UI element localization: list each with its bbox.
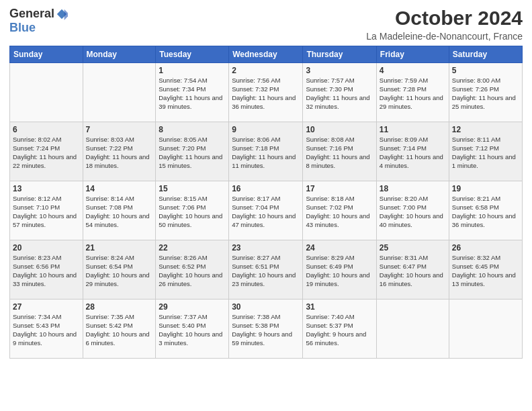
- calendar-week-4: 20Sunrise: 8:23 AM Sunset: 6:56 PM Dayli…: [10, 240, 523, 300]
- day-number: 6: [13, 124, 80, 135]
- day-number: 27: [13, 302, 80, 312]
- col-wednesday: Wednesday: [229, 46, 303, 63]
- calendar-cell: 19Sunrise: 8:21 AM Sunset: 6:58 PM Dayli…: [449, 181, 522, 240]
- logo-general: General: [9, 7, 54, 21]
- day-info: Sunrise: 7:54 AM Sunset: 7:34 PM Dayligh…: [159, 77, 226, 111]
- calendar-cell: 9Sunrise: 8:06 AM Sunset: 7:18 PM Daylig…: [229, 122, 303, 181]
- calendar-cell: 1Sunrise: 7:54 AM Sunset: 7:34 PM Daylig…: [156, 63, 229, 122]
- day-info: Sunrise: 8:00 AM Sunset: 7:26 PM Dayligh…: [452, 77, 519, 111]
- calendar-cell: 30Sunrise: 7:38 AM Sunset: 5:38 PM Dayli…: [229, 300, 303, 359]
- day-number: 24: [306, 242, 373, 253]
- day-info: Sunrise: 7:38 AM Sunset: 5:38 PM Dayligh…: [232, 313, 300, 347]
- day-info: Sunrise: 8:05 AM Sunset: 7:20 PM Dayligh…: [159, 136, 226, 170]
- calendar-cell: 3Sunrise: 7:57 AM Sunset: 7:30 PM Daylig…: [303, 63, 376, 122]
- day-number: 30: [232, 302, 300, 312]
- day-info: Sunrise: 8:17 AM Sunset: 7:04 PM Dayligh…: [232, 195, 300, 229]
- day-info: Sunrise: 7:56 AM Sunset: 7:32 PM Dayligh…: [232, 77, 300, 111]
- day-info: Sunrise: 8:03 AM Sunset: 7:22 PM Dayligh…: [86, 136, 153, 170]
- calendar-cell: 5Sunrise: 8:00 AM Sunset: 7:26 PM Daylig…: [449, 63, 522, 122]
- day-number: 5: [452, 65, 519, 76]
- month-title: October 2024: [366, 7, 523, 30]
- day-number: 9: [232, 124, 300, 135]
- day-number: 22: [159, 242, 226, 253]
- calendar-table: Sunday Monday Tuesday Wednesday Thursday…: [9, 46, 523, 359]
- day-number: 28: [86, 302, 153, 312]
- day-number: 18: [380, 183, 446, 194]
- day-number: 17: [306, 183, 373, 194]
- calendar-cell: [83, 63, 156, 122]
- day-info: Sunrise: 7:34 AM Sunset: 5:43 PM Dayligh…: [13, 313, 80, 347]
- day-info: Sunrise: 8:31 AM Sunset: 6:47 PM Dayligh…: [380, 254, 446, 288]
- calendar-cell: 31Sunrise: 7:40 AM Sunset: 5:37 PM Dayli…: [303, 300, 376, 359]
- header-row: Sunday Monday Tuesday Wednesday Thursday…: [10, 46, 523, 63]
- calendar-cell: 7Sunrise: 8:03 AM Sunset: 7:22 PM Daylig…: [83, 122, 156, 181]
- calendar-cell: 8Sunrise: 8:05 AM Sunset: 7:20 PM Daylig…: [156, 122, 229, 181]
- calendar-cell: 23Sunrise: 8:27 AM Sunset: 6:51 PM Dayli…: [229, 240, 303, 300]
- col-thursday: Thursday: [303, 46, 376, 63]
- day-number: 12: [452, 124, 519, 135]
- calendar-cell: 18Sunrise: 8:20 AM Sunset: 7:00 PM Dayli…: [376, 181, 449, 240]
- col-saturday: Saturday: [449, 46, 522, 63]
- calendar-cell: 6Sunrise: 8:02 AM Sunset: 7:24 PM Daylig…: [10, 122, 83, 181]
- svg-marker-1: [64, 9, 68, 19]
- day-info: Sunrise: 8:08 AM Sunset: 7:16 PM Dayligh…: [306, 136, 373, 170]
- day-info: Sunrise: 8:27 AM Sunset: 6:51 PM Dayligh…: [232, 254, 300, 288]
- calendar-cell: 29Sunrise: 7:37 AM Sunset: 5:40 PM Dayli…: [156, 300, 229, 359]
- day-info: Sunrise: 7:35 AM Sunset: 5:42 PM Dayligh…: [86, 313, 153, 347]
- calendar-week-1: 1Sunrise: 7:54 AM Sunset: 7:34 PM Daylig…: [10, 63, 523, 122]
- logo: General Blue: [9, 7, 68, 35]
- calendar-cell: 12Sunrise: 8:11 AM Sunset: 7:12 PM Dayli…: [449, 122, 522, 181]
- day-info: Sunrise: 7:57 AM Sunset: 7:30 PM Dayligh…: [306, 77, 373, 111]
- calendar-cell: 28Sunrise: 7:35 AM Sunset: 5:42 PM Dayli…: [83, 300, 156, 359]
- logo-text: General: [9, 7, 68, 21]
- day-info: Sunrise: 8:11 AM Sunset: 7:12 PM Dayligh…: [452, 136, 519, 170]
- calendar-cell: 27Sunrise: 7:34 AM Sunset: 5:43 PM Dayli…: [10, 300, 83, 359]
- calendar-cell: 2Sunrise: 7:56 AM Sunset: 7:32 PM Daylig…: [229, 63, 303, 122]
- day-number: 29: [159, 302, 226, 312]
- calendar-cell: 25Sunrise: 8:31 AM Sunset: 6:47 PM Dayli…: [376, 240, 449, 300]
- day-number: 4: [380, 65, 446, 76]
- title-section: October 2024 La Madeleine-de-Nonancourt,…: [366, 7, 523, 42]
- day-number: 7: [86, 124, 153, 135]
- day-number: 1: [159, 65, 226, 76]
- day-number: 23: [232, 242, 300, 253]
- day-info: Sunrise: 8:24 AM Sunset: 6:54 PM Dayligh…: [86, 254, 153, 288]
- day-info: Sunrise: 8:26 AM Sunset: 6:52 PM Dayligh…: [159, 254, 226, 288]
- calendar-cell: 21Sunrise: 8:24 AM Sunset: 6:54 PM Dayli…: [83, 240, 156, 300]
- col-friday: Friday: [376, 46, 449, 63]
- day-number: 31: [306, 302, 373, 312]
- calendar-cell: 4Sunrise: 7:59 AM Sunset: 7:28 PM Daylig…: [376, 63, 449, 122]
- header: General Blue October 2024 La Madeleine-d…: [9, 7, 523, 42]
- day-number: 26: [452, 242, 519, 253]
- calendar-cell: 24Sunrise: 8:29 AM Sunset: 6:49 PM Dayli…: [303, 240, 376, 300]
- logo-blue: Blue: [9, 21, 36, 35]
- day-number: 8: [159, 124, 226, 135]
- col-monday: Monday: [83, 46, 156, 63]
- calendar-cell: [376, 300, 449, 359]
- calendar-cell: 13Sunrise: 8:12 AM Sunset: 7:10 PM Dayli…: [10, 181, 83, 240]
- day-info: Sunrise: 8:02 AM Sunset: 7:24 PM Dayligh…: [13, 136, 80, 170]
- day-info: Sunrise: 8:09 AM Sunset: 7:14 PM Dayligh…: [380, 136, 446, 170]
- col-sunday: Sunday: [10, 46, 83, 63]
- day-number: 20: [13, 242, 80, 253]
- calendar-cell: [10, 63, 83, 122]
- day-number: 15: [159, 183, 226, 194]
- day-number: 25: [380, 242, 446, 253]
- day-info: Sunrise: 8:20 AM Sunset: 7:00 PM Dayligh…: [380, 195, 446, 229]
- calendar-cell: 20Sunrise: 8:23 AM Sunset: 6:56 PM Dayli…: [10, 240, 83, 300]
- day-info: Sunrise: 8:29 AM Sunset: 6:49 PM Dayligh…: [306, 254, 373, 288]
- calendar-cell: 14Sunrise: 8:14 AM Sunset: 7:08 PM Dayli…: [83, 181, 156, 240]
- calendar-cell: 22Sunrise: 8:26 AM Sunset: 6:52 PM Dayli…: [156, 240, 229, 300]
- calendar-cell: [449, 300, 522, 359]
- day-number: 2: [232, 65, 300, 76]
- day-info: Sunrise: 8:12 AM Sunset: 7:10 PM Dayligh…: [13, 195, 80, 229]
- day-number: 11: [380, 124, 446, 135]
- calendar-cell: 26Sunrise: 8:32 AM Sunset: 6:45 PM Dayli…: [449, 240, 522, 300]
- location: La Madeleine-de-Nonancourt, France: [366, 31, 523, 42]
- calendar-cell: 15Sunrise: 8:15 AM Sunset: 7:06 PM Dayli…: [156, 181, 229, 240]
- day-number: 13: [13, 183, 80, 194]
- day-info: Sunrise: 8:32 AM Sunset: 6:45 PM Dayligh…: [452, 254, 519, 288]
- day-number: 21: [86, 242, 153, 253]
- logo-icon: [56, 8, 68, 20]
- day-info: Sunrise: 7:40 AM Sunset: 5:37 PM Dayligh…: [306, 313, 373, 347]
